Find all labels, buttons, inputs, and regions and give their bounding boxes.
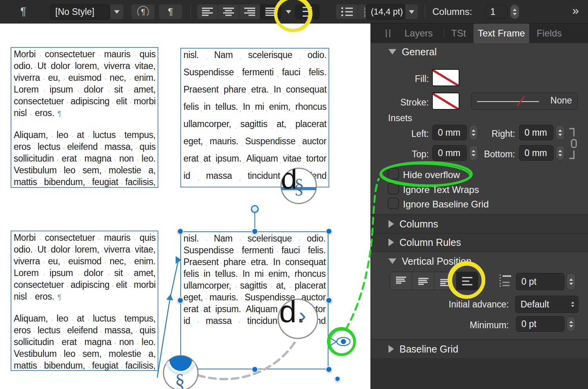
- tab-text-frame[interactable]: Text Frame: [474, 24, 529, 43]
- column-rules-section-header[interactable]: Column Rules: [371, 234, 588, 250]
- text-line: eros·lectus·eleifend·massa,·quis: [14, 142, 156, 153]
- columns-section-label: Columns: [399, 218, 438, 230]
- justify-options-arrow[interactable]: [283, 4, 294, 20]
- selection-handle[interactable]: [177, 366, 184, 373]
- update-paragraph-style-button[interactable]: ¶: [131, 4, 155, 20]
- valign-top-button[interactable]: [390, 272, 412, 290]
- hide-overflow-checkbox[interactable]: [388, 168, 399, 180]
- text-line: Suspendisse·fermenti·fauci·felis.: [183, 67, 327, 84]
- general-section-header[interactable]: General: [371, 44, 588, 60]
- tab-fields[interactable]: Fields: [532, 24, 567, 43]
- chevron-down-icon: [409, 10, 414, 14]
- paragraph-style-dropdown[interactable]: [No Style]: [50, 4, 110, 20]
- frame-top-right[interactable]: nisl.·Nam·scelerisque·odio.Suspendisse·f…: [180, 48, 329, 187]
- leading-dropdown[interactable]: (14,4 pt): [366, 4, 405, 20]
- stroke-swatch[interactable]: [432, 93, 459, 110]
- ignore-baseline-grid-label: Ignore Baseline Grid: [403, 199, 489, 210]
- justify-button[interactable]: [260, 4, 281, 20]
- justify-icon: [265, 7, 277, 17]
- selection-handle[interactable]: [177, 228, 184, 235]
- inset-bottom-input[interactable]: 0 mm: [519, 145, 554, 161]
- text-line: nisl.·Nam·scelerisque·odio.: [183, 233, 326, 245]
- align-center-button[interactable]: [218, 4, 239, 20]
- tab-layers[interactable]: Layers: [395, 24, 442, 43]
- columns-input[interactable]: 1: [485, 5, 508, 19]
- toolbar-overflow-button[interactable]: »: [572, 4, 579, 17]
- valign-top-icon: [395, 276, 407, 287]
- align-right-button[interactable]: [239, 4, 260, 20]
- stroke-style-value: None: [550, 95, 572, 106]
- columns-label: Columns:: [432, 4, 472, 20]
- bullet-list-button[interactable]: [336, 4, 358, 20]
- minimum-input[interactable]: 0 pt: [516, 316, 564, 332]
- text-line: consectetuer·adipiscing·elit·morbi: [14, 280, 156, 291]
- text-line: mattis·bibendum,·feugiat·facilisis,: [14, 360, 156, 371]
- show-invisibles-button[interactable]: ¶: [158, 4, 183, 20]
- rotate-handle[interactable]: [251, 205, 259, 213]
- paragraph-style-dropdown-arrow[interactable]: [110, 4, 124, 20]
- link-insets-icon[interactable]: [567, 126, 578, 161]
- valign-bottom-button[interactable]: [434, 272, 456, 290]
- ignore-text-wraps-checkbox[interactable]: [388, 183, 399, 194]
- text-line: Lorem·ipsum·dolor·sit·amet,: [14, 268, 156, 280]
- vertical-offset-input[interactable]: 0 pt: [516, 273, 564, 290]
- vertical-position-section-header[interactable]: Vertical Position: [371, 253, 588, 269]
- tab-tst[interactable]: TSt: [444, 24, 474, 43]
- text-line: erat·at·ipsum.·Aliquam·vitae·tortor: [183, 304, 326, 316]
- text-line: sollicitudin·erat·magna·non·leo.: [14, 337, 156, 349]
- panel-tab-bar: Layers TSt Text Frame Fields: [371, 24, 588, 43]
- stroke-style-dropdown[interactable]: None: [471, 93, 578, 110]
- initial-advance-dropdown[interactable]: Default: [515, 296, 579, 313]
- expand-triangle-icon: [388, 220, 394, 228]
- valign-justify-button[interactable]: [456, 272, 478, 290]
- inset-right-input[interactable]: 0 mm: [519, 125, 554, 140]
- vertical-justify-button[interactable]: [295, 4, 320, 20]
- stepper-up-icon: [513, 9, 517, 11]
- text-line: sollicitudin·erat·magna·non·leo.: [14, 153, 156, 165]
- align-left-button[interactable]: [197, 4, 218, 20]
- columns-stepper[interactable]: [510, 4, 519, 19]
- hide-overflow-label: Hide overflow: [403, 169, 460, 180]
- align-left-icon: [201, 7, 213, 17]
- text-line: Morbi·consectetuer·mauris·quis: [14, 49, 156, 61]
- panel-drag-handle-icon[interactable]: [386, 29, 390, 37]
- selection-handle[interactable]: [326, 366, 332, 373]
- stepper-up-icon: [558, 129, 562, 132]
- stroke-label: Stroke:: [387, 97, 429, 108]
- inset-top-label: Top:: [387, 149, 429, 160]
- selection-handle[interactable]: [252, 228, 258, 235]
- vertical-offset-stepper[interactable]: [566, 273, 576, 290]
- stepper-up-icon: [569, 321, 573, 323]
- frame-top-left[interactable]: Morbi·consectetuer·mauris·quisodio.·Ut·d…: [11, 47, 158, 188]
- selection-handle-extra[interactable]: [335, 376, 341, 382]
- valign-bottom-icon: [439, 276, 451, 287]
- expand-triangle-icon: [388, 238, 394, 246]
- ignore-baseline-grid-checkbox[interactable]: [388, 198, 399, 209]
- inset-right-stepper[interactable]: [555, 125, 565, 140]
- inset-bottom-stepper[interactable]: [555, 145, 565, 161]
- frame-bottom-left[interactable]: Morbi·consectetuer·mauris·quisodio.·Ut·d…: [11, 231, 158, 371]
- valign-center-button[interactable]: [412, 272, 434, 290]
- text-line: ullamcorper,·sagittis·at,·placerat: [183, 280, 326, 292]
- baseline-grid-section-header[interactable]: Baseline Grid: [371, 341, 588, 357]
- inset-left-input[interactable]: 0 mm: [432, 125, 467, 140]
- stepper-down-icon: [558, 154, 562, 156]
- selection-handle[interactable]: [326, 228, 332, 235]
- canvas[interactable]: Morbi·consectetuer·mauris·quisodio.·Ut·d…: [0, 24, 370, 389]
- selection-handle[interactable]: [326, 297, 332, 304]
- selection-handle[interactable]: [177, 297, 184, 304]
- columns-section-header[interactable]: Columns: [371, 216, 588, 232]
- inset-top-input[interactable]: 0 mm: [432, 145, 467, 161]
- text-line: Lorem·ipsum·dolor·sit·amet,: [14, 84, 156, 96]
- stepper-up-icon: [569, 278, 573, 281]
- frame-bottom-right[interactable]: nisl.·Nam·scelerisque·odio.Suspendisse·f…: [180, 231, 328, 369]
- minimum-label: Minimum:: [445, 320, 509, 331]
- ignore-text-wraps-label: Ignore Text Wraps: [403, 184, 479, 195]
- leading-dropdown-arrow[interactable]: [405, 4, 418, 20]
- minimum-stepper[interactable]: [566, 316, 576, 332]
- text-line: Morbi·consectetuer·mauris·quis: [14, 233, 156, 244]
- fill-swatch[interactable]: [432, 69, 459, 86]
- paragraph-panel-icon[interactable]: ¶: [20, 5, 26, 18]
- selection-handle[interactable]: [252, 366, 258, 373]
- text-line: nisl.·Nam·scelerisque·odio.: [183, 50, 327, 67]
